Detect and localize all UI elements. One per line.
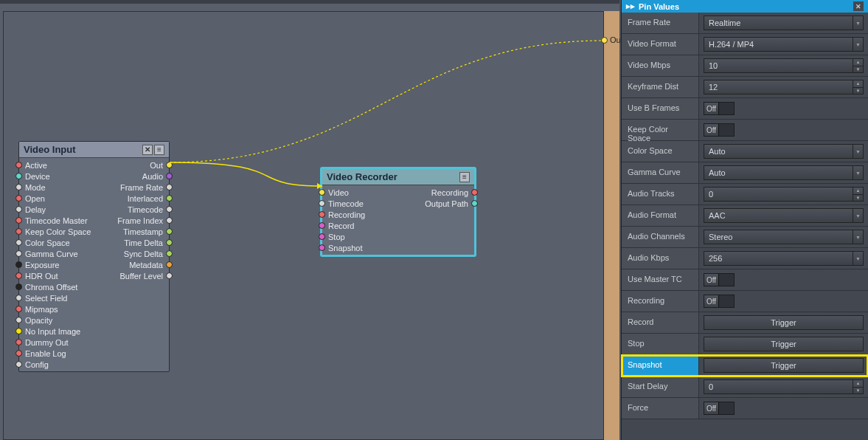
number-input[interactable]: 12▲▼: [704, 80, 864, 94]
dropdown[interactable]: Auto▼: [704, 144, 864, 159]
input-pin[interactable]: [15, 206, 22, 213]
property-label: Stop: [622, 334, 699, 354]
property-label: Audio Channels: [622, 227, 699, 247]
spinner-buttons[interactable]: ▲▼: [853, 59, 863, 72]
dropdown[interactable]: AAC▼: [704, 208, 864, 223]
menu-icon[interactable]: ≡: [154, 145, 164, 155]
node-video-input[interactable]: Video Input ✕ ≡ ActiveOutDeviceAudioMode…: [18, 141, 170, 372]
output-pin[interactable]: [166, 239, 173, 246]
canvas-out-pin[interactable]: Out: [601, 37, 608, 44]
input-pin[interactable]: [15, 317, 22, 323]
node-header[interactable]: Video Input ✕ ≡: [19, 142, 169, 158]
input-pin[interactable]: [15, 350, 22, 357]
property-value-cell: 0▲▼: [699, 377, 868, 397]
number-input[interactable]: 0▲▼: [704, 187, 864, 202]
input-pin[interactable]: [15, 162, 22, 168]
output-pin[interactable]: [471, 200, 478, 207]
input-pin[interactable]: [319, 244, 325, 251]
pin-label: Metadata: [129, 261, 163, 269]
input-pin[interactable]: [15, 195, 22, 202]
dropdown[interactable]: Stereo▼: [704, 230, 864, 244]
pin-label: Output Path: [425, 199, 468, 208]
close-icon[interactable]: ✕: [853, 1, 864, 11]
input-pin[interactable]: [15, 361, 22, 368]
property-value-cell: Realtime▼: [699, 13, 868, 33]
pin-label: No Input Image: [25, 327, 80, 336]
input-pin[interactable]: [15, 272, 22, 279]
input-pin[interactable]: [319, 189, 325, 196]
input-pin[interactable]: [319, 200, 325, 207]
close-icon[interactable]: ✕: [142, 145, 153, 155]
toggle-switch[interactable]: Off: [704, 102, 735, 115]
node-header[interactable]: Video Recorder ≡: [322, 169, 474, 185]
output-pin[interactable]: [166, 184, 173, 190]
dropdown[interactable]: Auto▼: [704, 165, 864, 180]
dropdown[interactable]: Realtime▼: [704, 16, 864, 30]
input-pin[interactable]: [319, 233, 325, 240]
menu-icon[interactable]: ≡: [459, 172, 470, 182]
output-pin[interactable]: [166, 162, 173, 168]
property-label: Use B Frames: [622, 98, 699, 119]
toggle-switch[interactable]: Off: [704, 402, 735, 415]
input-pin[interactable]: [15, 228, 22, 235]
output-pin[interactable]: [166, 217, 173, 224]
input-pin[interactable]: [15, 261, 22, 268]
toggle-switch[interactable]: Off: [704, 295, 735, 308]
property-row: Audio Kbps256▼: [622, 248, 868, 269]
input-pin[interactable]: [15, 328, 22, 334]
pin-label: Interlaced: [128, 194, 163, 203]
toggle-switch[interactable]: Off: [704, 123, 735, 137]
output-pin[interactable]: [166, 228, 173, 235]
input-pin[interactable]: [319, 222, 325, 229]
input-pin[interactable]: [15, 339, 22, 346]
output-pin[interactable]: [471, 189, 478, 196]
dropdown[interactable]: H.264 / MP4▼: [704, 37, 864, 52]
chevron-down-icon: ▼: [853, 16, 863, 30]
spinner-buttons[interactable]: ▲▼: [853, 80, 863, 94]
pin-label: Mipmaps: [25, 305, 58, 314]
chevron-down-icon: ▼: [853, 38, 863, 51]
property-label: Audio Kbps: [622, 248, 699, 269]
number-input[interactable]: 10▲▼: [704, 58, 864, 73]
property-label: Force: [622, 398, 699, 419]
property-row: StopTrigger: [622, 334, 868, 355]
pin-label: Chroma Offset: [25, 283, 77, 292]
input-pin[interactable]: [15, 295, 22, 301]
spinner-buttons[interactable]: ▲▼: [853, 380, 863, 393]
output-pin[interactable]: [166, 195, 173, 202]
property-value-cell: H.264 / MP4▼: [699, 34, 868, 55]
output-pin[interactable]: [166, 173, 173, 179]
toggle-switch[interactable]: Off: [704, 273, 735, 286]
property-label: Snapshot: [622, 355, 699, 376]
dropdown[interactable]: 256▼: [704, 251, 864, 266]
node-video-recorder[interactable]: Video Recorder ≡ VideoRecordingTimecodeO…: [321, 168, 476, 256]
input-pin[interactable]: [15, 173, 22, 179]
node-canvas[interactable]: Video Input ✕ ≡ ActiveOutDeviceAudioMode…: [0, 0, 619, 440]
trigger-button[interactable]: Trigger: [704, 315, 864, 330]
number-input[interactable]: 0▲▼: [704, 379, 864, 394]
input-pin[interactable]: [15, 239, 22, 246]
trigger-button[interactable]: Trigger: [704, 358, 864, 373]
property-row: Audio ChannelsStereo▼: [622, 227, 868, 248]
input-pin[interactable]: [15, 184, 22, 190]
output-pin[interactable]: [166, 206, 173, 213]
properties-table: Frame RateRealtime▼Video FormatH.264 / M…: [622, 13, 868, 419]
panel-header[interactable]: ▸▸ Pin Values ✕: [622, 0, 868, 13]
property-label: Gamma Curve: [622, 162, 699, 183]
spinner-buttons[interactable]: ▲▼: [853, 188, 863, 201]
output-pin[interactable]: [166, 272, 173, 279]
pin-label: Select Field: [25, 294, 67, 303]
input-pin[interactable]: [319, 211, 325, 218]
pin-label: Recording: [431, 188, 468, 197]
property-value-cell: Off: [699, 98, 868, 119]
input-pin[interactable]: [15, 306, 22, 312]
input-pin[interactable]: [15, 217, 22, 224]
input-pin[interactable]: [15, 250, 22, 257]
output-pin[interactable]: [166, 261, 173, 268]
property-value-cell: AAC▼: [699, 205, 868, 226]
pin-label: Enable Log: [25, 349, 66, 358]
trigger-button[interactable]: Trigger: [704, 337, 864, 351]
input-pin[interactable]: [15, 283, 22, 290]
property-value-cell: Off: [699, 120, 868, 140]
output-pin[interactable]: [166, 250, 173, 257]
